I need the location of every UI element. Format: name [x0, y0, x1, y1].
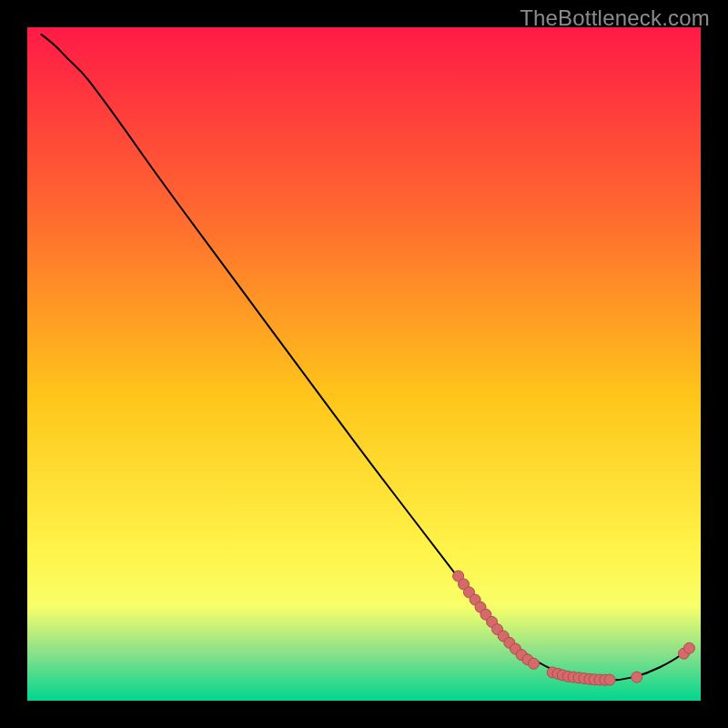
plot-area: [27, 27, 701, 701]
data-marker: [683, 642, 694, 653]
data-marker: [528, 658, 539, 669]
bottleneck-chart: [0, 0, 728, 728]
data-marker: [604, 674, 615, 685]
watermark-label: TheBottleneck.com: [520, 5, 710, 31]
chart-stage: TheBottleneck.com: [0, 0, 728, 728]
data-marker: [632, 672, 642, 682]
